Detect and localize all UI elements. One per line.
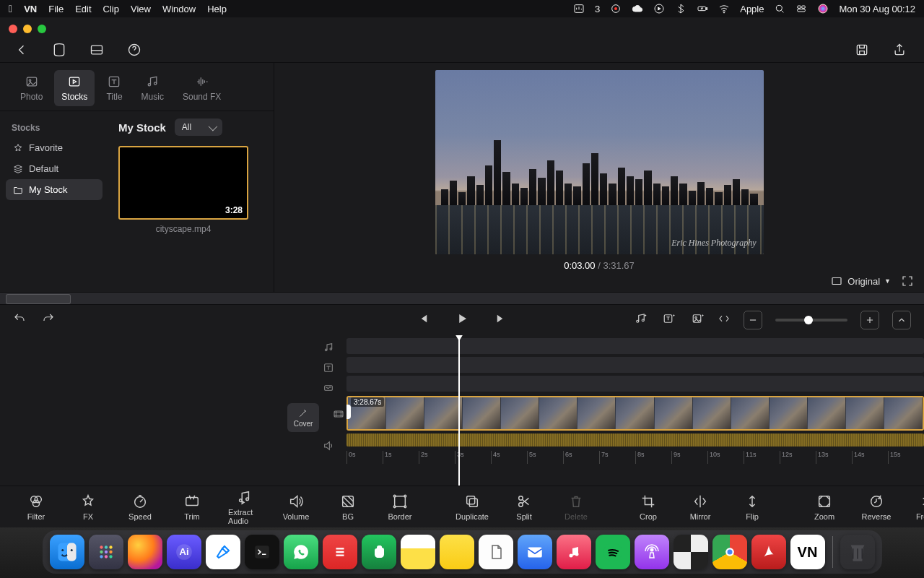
menubar-bluetooth-icon[interactable] xyxy=(675,3,687,14)
menubar-nowplaying-icon[interactable] xyxy=(653,3,665,14)
tool-extract[interactable]: Extract Audio xyxy=(228,489,260,525)
dock-appA[interactable]: Ai xyxy=(167,535,201,569)
window-zoom-button[interactable] xyxy=(38,25,46,33)
playhead[interactable] xyxy=(458,335,460,486)
tool-reverse[interactable]: Reverse xyxy=(860,493,892,521)
tool-bg[interactable]: BG xyxy=(332,493,364,521)
dock-finder[interactable] xyxy=(50,535,84,569)
app-name[interactable]: VN xyxy=(24,4,37,14)
media-clip[interactable]: 3:28 cityscape.mp4 xyxy=(118,146,248,234)
menubar-stats-icon[interactable] xyxy=(573,3,585,14)
menubar-spotlight-icon[interactable] xyxy=(774,3,785,14)
media-tab-title[interactable]: Title xyxy=(99,70,129,106)
menu-window[interactable]: Window xyxy=(162,4,196,14)
menubar-wifi-icon[interactable] xyxy=(718,3,730,14)
dock-launchpad[interactable] xyxy=(89,535,123,569)
redo-button[interactable] xyxy=(42,312,55,328)
window-minimize-button[interactable] xyxy=(23,25,32,33)
zoom-out-button[interactable] xyxy=(744,311,762,329)
menubar-siri-icon[interactable] xyxy=(817,3,829,14)
menubar-account[interactable]: Apple xyxy=(740,4,764,14)
collapse-timeline-button[interactable] xyxy=(892,311,911,329)
undo-button[interactable] xyxy=(13,312,26,328)
zoom-slider[interactable] xyxy=(775,319,847,322)
help-icon[interactable] xyxy=(124,40,144,60)
audio-waveform[interactable] xyxy=(346,434,924,447)
dock-spotify[interactable] xyxy=(596,535,630,569)
sidebar-item-mystock[interactable]: My Stock xyxy=(6,179,103,200)
tool-split[interactable]: Split xyxy=(508,493,540,521)
dock-acrobat[interactable] xyxy=(751,535,786,569)
dock-xcode[interactable] xyxy=(206,535,240,569)
preview-canvas[interactable]: Eric Hines Photography xyxy=(435,70,764,254)
video-track-icon[interactable] xyxy=(331,406,346,422)
dock-stickies[interactable] xyxy=(440,535,474,569)
sidebar-item-default[interactable]: Default xyxy=(6,158,103,179)
tool-volume[interactable]: Volume xyxy=(280,493,312,521)
add-music-button[interactable] xyxy=(634,312,647,328)
music-track-icon[interactable] xyxy=(321,340,336,355)
window-close-button[interactable] xyxy=(9,25,17,33)
menubar-controlcenter-icon[interactable] xyxy=(796,3,807,14)
text-track-icon[interactable] xyxy=(321,360,336,376)
tool-flip[interactable]: Flip xyxy=(736,493,768,521)
effects-lane[interactable] xyxy=(346,376,924,392)
tool-trim[interactable]: Trim xyxy=(176,493,208,521)
zoom-in-button[interactable] xyxy=(860,311,879,329)
text-lane[interactable] xyxy=(346,357,924,373)
save-button[interactable] xyxy=(852,40,872,60)
menubar-record-icon[interactable] xyxy=(610,3,622,14)
dock-evernote[interactable] xyxy=(362,535,396,569)
cover-button[interactable]: Cover xyxy=(287,403,319,432)
dock-chess[interactable] xyxy=(674,535,708,569)
dock-terminal[interactable] xyxy=(245,535,279,569)
tool-mirror[interactable]: Mirror xyxy=(684,493,716,521)
menubar-cloud-icon[interactable] xyxy=(632,3,643,14)
back-button[interactable] xyxy=(12,40,32,60)
library-icon[interactable] xyxy=(49,40,69,60)
menu-edit[interactable]: Edit xyxy=(75,4,91,14)
media-filter-dropdown[interactable]: All xyxy=(175,118,222,136)
dock-todoist[interactable] xyxy=(323,535,357,569)
timeline-tracks[interactable]: + 3:28.67s 0s1s2s3s4s5s6s7s8s9s10s11s12s… xyxy=(346,335,924,486)
tool-fx[interactable]: FX xyxy=(72,493,104,521)
layout-icon[interactable] xyxy=(87,40,107,60)
play-button[interactable] xyxy=(456,312,468,328)
fit-timeline-button[interactable] xyxy=(718,312,731,328)
dock-firefox[interactable] xyxy=(128,535,162,569)
menu-file[interactable]: File xyxy=(48,4,64,14)
sidebar-item-favorite[interactable]: Favorite xyxy=(6,137,103,158)
tool-crop[interactable]: Crop xyxy=(632,493,664,521)
menu-clip[interactable]: Clip xyxy=(103,4,119,14)
tool-freeze[interactable]: Freeze xyxy=(912,493,924,521)
audio-track-icon[interactable] xyxy=(321,438,336,454)
add-text-button[interactable] xyxy=(663,312,676,328)
dock-trash[interactable] xyxy=(840,535,875,569)
insert-clip-button[interactable]: + xyxy=(346,405,351,419)
effects-track-icon[interactable] xyxy=(321,380,336,396)
dock-vn[interactable]: VN xyxy=(790,535,825,569)
menu-help[interactable]: Help xyxy=(207,4,227,14)
dock-whatsapp[interactable] xyxy=(284,535,318,569)
menu-view[interactable]: View xyxy=(131,4,151,14)
media-tab-music[interactable]: Music xyxy=(134,70,171,106)
media-tab-soundfx[interactable]: Sound FX xyxy=(175,70,228,106)
prev-frame-button[interactable] xyxy=(417,312,430,328)
tool-border[interactable]: Border xyxy=(384,493,416,521)
tool-filter[interactable]: Filter xyxy=(20,493,52,521)
dock-libre[interactable] xyxy=(479,535,513,569)
tool-speed[interactable]: Speed xyxy=(124,493,156,521)
dock-podcasts[interactable] xyxy=(635,535,669,569)
next-frame-button[interactable] xyxy=(494,312,507,328)
share-button[interactable] xyxy=(889,40,910,60)
menubar-clock[interactable]: Mon 30 Aug 00:12 xyxy=(839,4,915,14)
add-image-button[interactable] xyxy=(692,312,705,328)
fullscreen-button[interactable] xyxy=(901,275,914,288)
apple-menu-icon[interactable]:  xyxy=(9,3,12,14)
dock-chrome[interactable] xyxy=(712,535,747,569)
dock-music[interactable] xyxy=(557,535,591,569)
tool-zoom[interactable]: Zoom xyxy=(808,493,840,521)
dock-notes[interactable] xyxy=(401,535,435,569)
video-clip[interactable] xyxy=(346,396,924,431)
dock-mail[interactable] xyxy=(518,535,552,569)
